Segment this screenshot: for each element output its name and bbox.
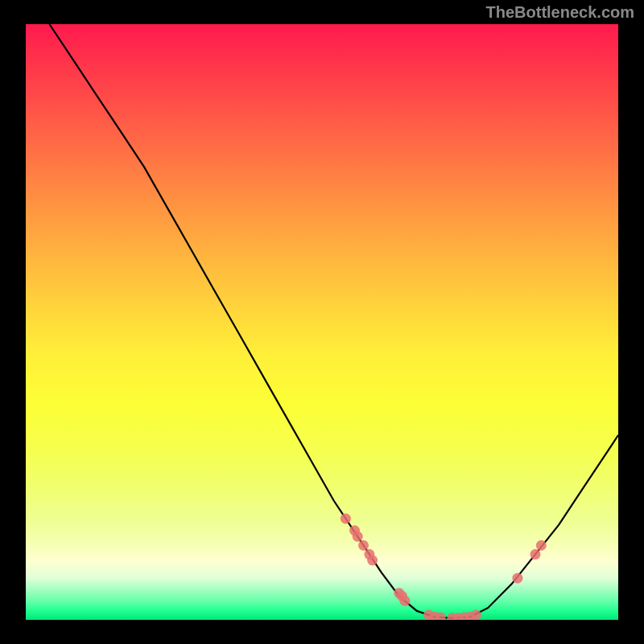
data-marker bbox=[536, 540, 547, 551]
plot-area bbox=[26, 24, 618, 620]
data-markers bbox=[341, 514, 547, 620]
data-marker bbox=[512, 573, 522, 584]
data-marker bbox=[358, 540, 369, 551]
data-marker bbox=[353, 531, 363, 542]
data-marker bbox=[400, 596, 411, 606]
data-marker bbox=[530, 549, 541, 559]
data-marker bbox=[471, 610, 481, 620]
bottleneck-curve bbox=[49, 24, 618, 618]
data-marker bbox=[341, 514, 351, 524]
data-marker bbox=[367, 555, 378, 566]
chart-container: TheBottleneck.com bbox=[0, 0, 644, 644]
curve-svg bbox=[26, 24, 618, 620]
watermark-text: TheBottleneck.com bbox=[486, 3, 634, 22]
